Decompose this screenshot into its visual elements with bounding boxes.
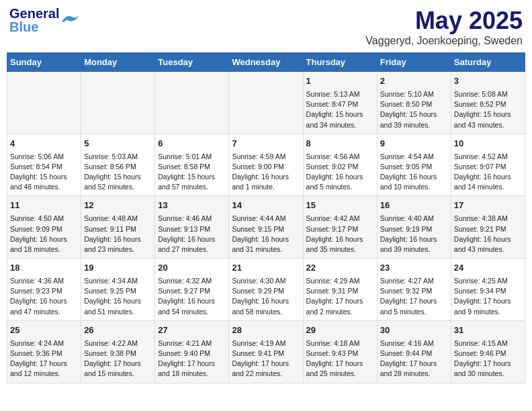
day-info: Daylight: 16 hours and 51 minutes. xyxy=(84,296,152,316)
day-info: Sunset: 9:41 PM xyxy=(232,349,300,359)
calendar-cell xyxy=(81,72,155,134)
day-number: 23 xyxy=(380,262,448,275)
day-info: Sunrise: 4:38 AM xyxy=(454,214,522,224)
day-number: 7 xyxy=(232,138,300,150)
day-info: Sunset: 9:25 PM xyxy=(84,286,152,296)
day-info: Daylight: 15 hours and 34 minutes. xyxy=(306,109,374,130)
day-info: Sunset: 9:15 PM xyxy=(232,224,300,234)
day-info: Sunrise: 4:24 AM xyxy=(10,338,78,349)
day-info: Daylight: 16 hours and 1 minute. xyxy=(232,172,300,192)
calendar-cell xyxy=(229,72,303,134)
day-info: Daylight: 15 hours and 52 minutes. xyxy=(84,172,152,192)
day-number: 30 xyxy=(380,324,448,337)
day-number: 9 xyxy=(380,138,448,150)
day-info: Sunset: 8:58 PM xyxy=(158,162,226,172)
day-info: Sunrise: 5:10 AM xyxy=(380,89,448,99)
page-subtitle: Vaggeryd, Joenkoeping, Sweden xyxy=(365,35,523,47)
day-number: 4 xyxy=(10,138,78,150)
day-info: Daylight: 16 hours and 39 minutes. xyxy=(380,234,448,255)
day-info: Sunset: 9:44 PM xyxy=(380,349,448,359)
day-info: Sunset: 8:52 PM xyxy=(454,99,522,109)
calendar-cell: 28Sunrise: 4:19 AMSunset: 9:41 PMDayligh… xyxy=(229,320,303,383)
page-header: GeneralBlue May 2025 Vaggeryd, Joenkoepi… xyxy=(7,7,525,47)
day-info: Daylight: 17 hours and 22 minutes. xyxy=(232,359,300,379)
calendar-cell: 18Sunrise: 4:36 AMSunset: 9:23 PMDayligh… xyxy=(7,259,81,321)
day-info: Sunrise: 5:08 AM xyxy=(454,89,522,99)
day-info: Daylight: 17 hours and 28 minutes. xyxy=(380,359,448,379)
day-info: Sunrise: 5:01 AM xyxy=(158,152,226,162)
day-number: 1 xyxy=(306,75,374,88)
calendar-cell: 7Sunrise: 4:59 AMSunset: 9:00 PMDaylight… xyxy=(229,134,303,196)
col-header-saturday: Saturday xyxy=(451,53,525,72)
calendar-cell: 11Sunrise: 4:50 AMSunset: 9:09 PMDayligh… xyxy=(7,196,81,259)
day-info: Sunset: 9:21 PM xyxy=(454,224,522,234)
day-info: Sunset: 9:43 PM xyxy=(306,349,374,359)
day-info: Daylight: 15 hours and 48 minutes. xyxy=(10,172,78,192)
day-info: Sunset: 9:38 PM xyxy=(84,349,152,359)
day-info: Sunset: 9:19 PM xyxy=(380,224,448,234)
day-info: Daylight: 16 hours and 18 minutes. xyxy=(10,234,78,255)
day-info: Sunrise: 4:27 AM xyxy=(380,276,448,286)
calendar-cell: 4Sunrise: 5:06 AMSunset: 8:54 PMDaylight… xyxy=(7,134,81,196)
day-info: Daylight: 17 hours and 30 minutes. xyxy=(454,359,522,379)
logo-text: GeneralBlue xyxy=(9,7,59,34)
day-number: 22 xyxy=(306,262,374,275)
day-info: Daylight: 16 hours and 54 minutes. xyxy=(158,296,226,316)
day-info: Sunrise: 4:19 AM xyxy=(232,338,300,349)
calendar-cell: 10Sunrise: 4:52 AMSunset: 9:07 PMDayligh… xyxy=(451,134,525,196)
day-number: 3 xyxy=(454,75,522,88)
logo-bird-icon xyxy=(59,13,79,25)
calendar-week-row: 11Sunrise: 4:50 AMSunset: 9:09 PMDayligh… xyxy=(7,196,525,259)
day-info: Sunrise: 5:06 AM xyxy=(10,152,78,162)
day-info: Sunrise: 4:30 AM xyxy=(232,276,300,286)
day-info: Sunrise: 4:42 AM xyxy=(306,214,374,224)
page-title: May 2025 xyxy=(365,7,523,35)
calendar-cell: 20Sunrise: 4:32 AMSunset: 9:27 PMDayligh… xyxy=(155,259,229,321)
day-info: Daylight: 16 hours and 5 minutes. xyxy=(306,172,374,192)
col-header-monday: Monday xyxy=(81,53,155,72)
day-info: Sunset: 9:05 PM xyxy=(380,162,448,172)
day-number: 18 xyxy=(10,262,78,275)
day-info: Sunset: 9:09 PM xyxy=(10,224,78,234)
day-info: Sunrise: 4:56 AM xyxy=(306,152,374,162)
calendar-cell: 17Sunrise: 4:38 AMSunset: 9:21 PMDayligh… xyxy=(451,196,525,259)
day-number: 2 xyxy=(380,75,448,88)
calendar-cell xyxy=(155,72,229,134)
calendar-cell: 8Sunrise: 4:56 AMSunset: 9:02 PMDaylight… xyxy=(303,134,377,196)
calendar-cell: 9Sunrise: 4:54 AMSunset: 9:05 PMDaylight… xyxy=(377,134,451,196)
calendar-cell: 25Sunrise: 4:24 AMSunset: 9:36 PMDayligh… xyxy=(7,320,81,383)
day-number: 24 xyxy=(454,262,522,275)
day-info: Daylight: 16 hours and 27 minutes. xyxy=(158,234,226,255)
day-info: Sunrise: 4:22 AM xyxy=(84,338,152,349)
day-info: Sunrise: 4:46 AM xyxy=(158,214,226,224)
calendar-cell: 27Sunrise: 4:21 AMSunset: 9:40 PMDayligh… xyxy=(155,320,229,383)
calendar-cell: 19Sunrise: 4:34 AMSunset: 9:25 PMDayligh… xyxy=(81,259,155,321)
day-number: 28 xyxy=(232,324,300,337)
day-info: Sunset: 8:50 PM xyxy=(380,99,448,109)
day-info: Sunrise: 4:44 AM xyxy=(232,214,300,224)
calendar-cell: 12Sunrise: 4:48 AMSunset: 9:11 PMDayligh… xyxy=(81,196,155,259)
day-number: 14 xyxy=(232,199,300,212)
day-info: Daylight: 17 hours and 5 minutes. xyxy=(380,296,448,316)
day-info: Daylight: 17 hours and 12 minutes. xyxy=(10,359,78,379)
day-number: 27 xyxy=(158,324,226,337)
day-number: 25 xyxy=(10,324,78,337)
day-info: Daylight: 15 hours and 39 minutes. xyxy=(380,109,448,130)
day-info: Sunrise: 4:59 AM xyxy=(232,152,300,162)
day-info: Sunrise: 5:13 AM xyxy=(306,89,374,99)
day-info: Daylight: 16 hours and 10 minutes. xyxy=(380,172,448,192)
day-info: Daylight: 17 hours and 15 minutes. xyxy=(84,359,152,379)
day-number: 10 xyxy=(454,138,522,150)
day-info: Daylight: 15 hours and 57 minutes. xyxy=(158,172,226,192)
calendar-cell: 22Sunrise: 4:29 AMSunset: 9:31 PMDayligh… xyxy=(303,259,377,321)
day-info: Daylight: 16 hours and 23 minutes. xyxy=(84,234,152,255)
calendar-cell: 26Sunrise: 4:22 AMSunset: 9:38 PMDayligh… xyxy=(81,320,155,383)
day-info: Sunrise: 4:54 AM xyxy=(380,152,448,162)
day-info: Sunrise: 4:50 AM xyxy=(10,214,78,224)
day-info: Sunrise: 4:29 AM xyxy=(306,276,374,286)
day-number: 6 xyxy=(158,138,226,150)
day-info: Sunrise: 4:25 AM xyxy=(454,276,522,286)
col-header-sunday: Sunday xyxy=(7,53,81,72)
calendar-cell: 30Sunrise: 4:16 AMSunset: 9:44 PMDayligh… xyxy=(377,320,451,383)
day-number: 31 xyxy=(454,324,522,337)
